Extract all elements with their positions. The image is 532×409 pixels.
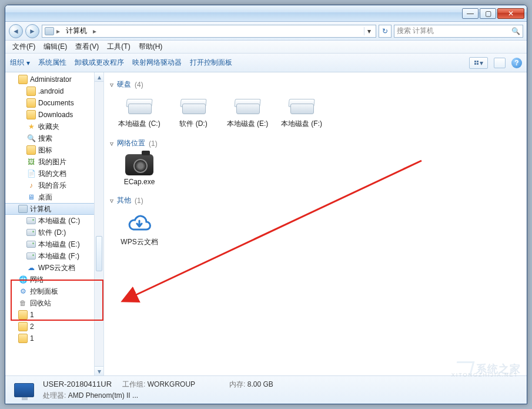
tree-item-drive-c[interactable]: 本地磁盘 (C:) xyxy=(5,215,94,227)
ecap-item[interactable]: ECap.exe xyxy=(118,154,160,186)
tree-label: 1 xyxy=(30,311,34,319)
drive-e-item[interactable]: 本地磁盘 (E:) xyxy=(226,95,269,129)
folder-icon xyxy=(26,145,36,155)
tree-item-favorites[interactable]: ★收藏夹 xyxy=(5,121,94,132)
tree-label: 我的音乐 xyxy=(38,181,66,191)
drive-f-item[interactable]: 本地磁盘 (F:) xyxy=(280,95,323,129)
drive-icon xyxy=(125,95,154,117)
organize-button[interactable]: 组织 ▾ xyxy=(10,58,30,68)
music-icon: ♪ xyxy=(26,181,36,190)
system-properties-button[interactable]: 系统属性 xyxy=(38,58,66,68)
tree-label: 图标 xyxy=(38,145,52,155)
breadcrumb-sep-icon: ▸ xyxy=(56,27,60,35)
tree-item-search[interactable]: 🔍搜索 xyxy=(5,132,94,144)
help-button[interactable]: ? xyxy=(511,58,522,68)
tree-item-downloads[interactable]: Downloads xyxy=(5,109,94,121)
navigation-pane: Administrator .android Documents Downloa… xyxy=(5,72,104,375)
menu-edit[interactable]: 编辑(E) xyxy=(40,41,71,53)
tree-item-drive-f[interactable]: 本地磁盘 (F:) xyxy=(5,250,94,262)
uninstall-button[interactable]: 卸载或更改程序 xyxy=(75,58,124,68)
tree-item-desktop[interactable]: 🖥桌面 xyxy=(5,191,94,203)
status-workgroup-value: WORKGROUP xyxy=(148,380,195,388)
address-bar[interactable]: ▸ 计算机 ▸ ▾ xyxy=(42,25,376,38)
group-header-netloc[interactable]: ▿ 网络位置 (1) xyxy=(110,138,521,148)
tree-label: 软件 (D:) xyxy=(38,228,66,238)
tree-item-computer[interactable]: 计算机 xyxy=(5,203,94,215)
minimize-button[interactable]: — xyxy=(462,8,479,19)
item-label: 软件 (D:) xyxy=(179,119,207,129)
documents-icon: 📄 xyxy=(26,169,36,178)
tree-label: 本地磁盘 (F:) xyxy=(38,251,79,261)
group-count: (1) xyxy=(149,139,158,148)
item-label: 本地磁盘 (E:) xyxy=(227,119,269,129)
group-header-other[interactable]: ▿ 其他 (1) xyxy=(110,195,521,205)
tree-label: 计算机 xyxy=(30,204,51,214)
menu-view[interactable]: 查看(V) xyxy=(72,41,102,53)
tree-item-drive-e[interactable]: 本地磁盘 (E:) xyxy=(5,238,94,250)
cloud-icon xyxy=(125,211,153,235)
drive-d-item[interactable]: 软件 (D:) xyxy=(172,95,215,129)
chevron-down-icon: ▾ xyxy=(26,59,30,67)
address-dropdown[interactable]: ▾ xyxy=(364,27,373,35)
breadcrumb-computer[interactable]: 计算机 xyxy=(62,26,91,36)
recycle-bin-icon: 🗑 xyxy=(18,298,28,308)
menu-help[interactable]: 帮助(H) xyxy=(135,41,166,53)
scroll-down-icon[interactable]: ▾ xyxy=(95,366,103,375)
maximize-button[interactable]: ▢ xyxy=(480,8,496,19)
star-icon: ★ xyxy=(26,122,36,131)
group-header-disks[interactable]: ▿ 硬盘 (4) xyxy=(110,79,521,89)
scroll-up-icon[interactable]: ▴ xyxy=(95,72,103,82)
tree-label: 我的图片 xyxy=(38,157,66,167)
item-label: WPS云文档 xyxy=(121,237,158,247)
cloud-icon: ☁ xyxy=(26,263,36,272)
wps-cloud-item[interactable]: WPS云文档 xyxy=(118,211,160,247)
tree-label: 2 xyxy=(30,322,34,331)
menu-tools[interactable]: 工具(T) xyxy=(103,41,133,53)
search-input[interactable]: 搜索 计算机 🔍 xyxy=(394,25,523,38)
tree-item-icons[interactable]: 图标 xyxy=(5,144,94,156)
group-count: (1) xyxy=(135,197,143,205)
folder-icon xyxy=(18,310,28,320)
tree-item-folder-1[interactable]: 1 xyxy=(5,309,94,321)
sidebar-scrollbar[interactable]: ▴ ▾ xyxy=(94,72,103,375)
titlebar: — ▢ ✕ xyxy=(5,5,527,22)
status-memory-value: 8.00 GB xyxy=(247,380,273,388)
tree-item-music[interactable]: ♪我的音乐 xyxy=(5,179,94,191)
menu-file[interactable]: 文件(F) xyxy=(9,41,39,53)
tree-item-folder-1b[interactable]: 1 xyxy=(5,332,94,344)
item-label: ECap.exe xyxy=(124,178,155,186)
tree-item-android[interactable]: .android xyxy=(5,85,94,97)
scroll-thumb[interactable] xyxy=(96,236,102,271)
forward-button[interactable]: ► xyxy=(25,24,39,38)
tree-label: 1 xyxy=(30,334,34,343)
tree-item-wps[interactable]: ☁WPS云文档 xyxy=(5,262,94,274)
tree-label: 本地磁盘 (C:) xyxy=(38,216,80,226)
tree-label: .android xyxy=(38,87,63,95)
tree-item-admin[interactable]: Administrator xyxy=(5,74,94,85)
tree-item-control-panel[interactable]: ⚙控制面板 xyxy=(5,285,94,297)
tree-label: Downloads xyxy=(38,111,73,119)
back-button[interactable]: ◄ xyxy=(9,24,23,38)
close-button[interactable]: ✕ xyxy=(497,8,524,19)
refresh-button[interactable]: ↻ xyxy=(379,25,392,38)
drive-icon xyxy=(26,241,36,248)
tree-item-recycle-bin[interactable]: 🗑回收站 xyxy=(5,297,94,309)
chevron-down-icon: ▾ xyxy=(480,59,483,67)
map-drive-button[interactable]: 映射网络驱动器 xyxy=(132,58,182,68)
drive-c-item[interactable]: 本地磁盘 (C:) xyxy=(118,95,160,129)
drive-icon xyxy=(179,95,208,117)
preview-pane-button[interactable] xyxy=(494,58,506,68)
tree-item-documents[interactable]: Documents xyxy=(5,97,94,109)
folder-icon xyxy=(26,87,36,96)
drive-icon xyxy=(287,95,316,117)
tree-item-folder-2[interactable]: 2 xyxy=(5,321,94,332)
tree-item-pictures[interactable]: 🖼我的图片 xyxy=(5,156,94,168)
computer-icon xyxy=(18,205,28,213)
network-icon: 🌐 xyxy=(18,275,28,284)
view-mode-button[interactable]: ▾ xyxy=(469,57,488,69)
tree-item-drive-d[interactable]: 软件 (D:) xyxy=(5,227,94,238)
tree-item-mydocs[interactable]: 📄我的文档 xyxy=(5,168,94,179)
tree-item-network[interactable]: 🌐网络 xyxy=(5,274,94,285)
navigation-row: ◄ ► ▸ 计算机 ▸ ▾ ↻ 搜索 计算机 🔍 xyxy=(5,22,527,41)
open-control-panel-button[interactable]: 打开控制面板 xyxy=(190,58,232,68)
